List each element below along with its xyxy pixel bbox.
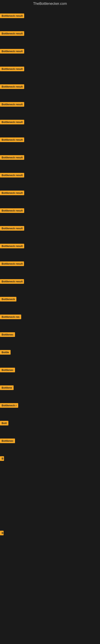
bottleneck-result-item[interactable]: Bottleneck result [0, 102, 24, 108]
bottleneck-result-item[interactable]: Bottleneck [0, 297, 16, 302]
bottleneck-result-item[interactable]: B [0, 531, 3, 536]
bottleneck-badge: Bottleneck [0, 297, 16, 302]
bottleneck-badge: Bottleneck result [0, 49, 24, 54]
bottleneck-result-item[interactable]: Bott [0, 421, 8, 426]
bottleneck-result-item[interactable]: Bottleneck result [0, 173, 24, 178]
bottleneck-badge: Bottleneck result [0, 226, 24, 231]
bottleneck-result-item[interactable]: B [0, 456, 4, 462]
bottleneck-badge: Bottleneck result [0, 66, 24, 71]
bottleneck-badge: Bott [0, 421, 8, 426]
bottleneck-badge: B [0, 531, 3, 535]
bottleneck-badge: Bottleneck res [0, 314, 21, 319]
bottleneck-badge: Bottleneck result [0, 155, 24, 160]
bottleneck-result-item[interactable]: Bottleneck result [0, 84, 24, 90]
bottleneck-badge: Bottleneck result [0, 208, 24, 213]
bottleneck-result-item[interactable]: Bottleneck result [0, 14, 24, 19]
bottleneck-result-item[interactable]: Bottleneck result [0, 244, 24, 249]
bottleneck-result-item[interactable]: Bottleneck result [0, 190, 24, 196]
bottleneck-badge: Bottlenec [0, 332, 15, 337]
bottleneck-result-item[interactable]: Bottleneck res [0, 314, 21, 320]
bottleneck-result-item[interactable]: Bottlenec [0, 438, 15, 444]
bottleneck-badge: Bottleneck result [0, 84, 24, 89]
bottleneck-result-item[interactable]: Bottleneck result [0, 120, 24, 125]
bottleneck-result-item[interactable]: Bottlene [0, 386, 14, 391]
bottleneck-badge: Bottleneck result [0, 120, 24, 124]
bottleneck-badge: Bottlenec [0, 368, 15, 372]
bottleneck-badge: Bottleneck result [0, 173, 24, 178]
bottleneck-result-item[interactable]: Bottlenec [0, 368, 15, 373]
bottleneck-result-item[interactable]: Bottleneck result [0, 49, 24, 54]
bottleneck-badge: Bottlene [0, 386, 14, 390]
bottleneck-result-item[interactable]: Bottleneck result [0, 279, 24, 284]
bottleneck-result-item[interactable]: Bottleneck result [0, 66, 24, 72]
bottleneck-result-item[interactable]: Bottleneck result [0, 138, 24, 143]
bottleneck-result-item[interactable]: Bottlenec [0, 332, 15, 338]
bottleneck-result-item[interactable]: Bottleneck result [0, 226, 24, 232]
bottleneck-badge: Bottleneck result [0, 262, 24, 266]
bottleneck-badge: Bottlenec [0, 438, 15, 443]
bottleneck-badge: Bottleneck result [0, 14, 24, 18]
bottleneck-badge: Bottleneck result [0, 31, 24, 36]
bottleneck-result-item[interactable]: Bottleneck result [0, 208, 24, 214]
bottleneck-result-item[interactable]: Bottleneck r [0, 403, 18, 408]
bottleneck-result-item[interactable]: Bottleneck result [0, 262, 24, 267]
bottleneck-badge: Bottleneck result [0, 102, 24, 107]
bottleneck-badge: Bottleneck result [0, 138, 24, 142]
bottleneck-badge: Bottleneck result [0, 190, 24, 195]
bottleneck-badge: B [0, 456, 4, 461]
site-title: TheBottlenecker.com [0, 0, 100, 8]
bottleneck-badge: Bottleneck result [0, 279, 24, 284]
bottleneck-result-item[interactable]: Bottle [0, 350, 11, 356]
bottleneck-badge: Bottle [0, 350, 11, 354]
bottleneck-result-item[interactable]: Bottleneck result [0, 155, 24, 160]
bottleneck-badge: Bottleneck r [0, 403, 18, 408]
bottleneck-badge: Bottleneck result [0, 244, 24, 248]
bottleneck-result-item[interactable]: Bottleneck result [0, 31, 24, 37]
